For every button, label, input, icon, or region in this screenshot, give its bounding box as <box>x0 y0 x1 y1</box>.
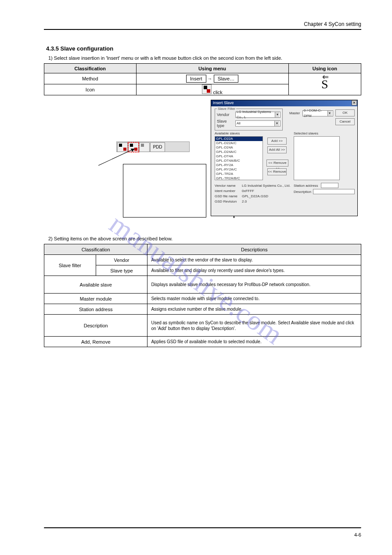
slave-type-value: All <box>237 121 241 126</box>
header-rule <box>44 29 361 30</box>
canvas-box <box>123 164 206 218</box>
dialog-body: Slave Filter Vendor LG Industrial System… <box>211 106 357 134</box>
master-select[interactable]: 0 / COM-C-DPM▾ <box>302 110 333 116</box>
diagram-area: PDD Insert Slave ✕ Slave Filter Vendor L… <box>44 100 361 232</box>
available-slaves-list[interactable]: GPL-D22A GPL-D22A/C GPL-D24A GPL-D24A/C … <box>215 136 263 180</box>
add-all-button[interactable]: Add All >> <box>267 146 287 153</box>
add-button[interactable]: Add >> <box>267 138 287 145</box>
selected-slaves-label: Selected slaves <box>294 131 318 135</box>
toolbar-btn-pdd[interactable]: PDD <box>150 142 165 152</box>
vendor-name-value: LG Industrial Systems Co., Ltd. <box>242 184 291 188</box>
list-item[interactable]: GPL-D24A/C <box>215 150 263 154</box>
t1-r0-c1: Insert → Slave… <box>136 73 288 84</box>
dialog-titlebar: Insert Slave ✕ <box>211 100 357 106</box>
cancel-button[interactable]: Cancel <box>335 118 355 125</box>
menu-insert-box: Insert <box>186 75 206 83</box>
master-value: 0 / COM-C-DPM <box>304 108 327 119</box>
toolbar-btn-3[interactable] <box>139 142 150 152</box>
vendor-select[interactable]: LG Industrial Systems Co., L▾ <box>235 112 281 118</box>
t2-a6: Add, Remove <box>44 337 147 347</box>
chevron-down-icon: ▾ <box>275 112 279 117</box>
t2-h1: Descriptions <box>147 244 361 255</box>
dialog-title: Insert Slave <box>213 101 234 105</box>
list-item[interactable]: GPL-TR2A <box>215 172 263 176</box>
intro-text: 1) Select slave insertion in 'Insert' me… <box>48 55 361 61</box>
rev-label: GSD Revision <box>215 200 237 203</box>
slave-filter-group: Slave Filter Vendor LG Industrial System… <box>215 109 283 131</box>
list-item[interactable]: GPL-D22A <box>215 137 263 141</box>
ident-label: Ident number <box>215 189 235 193</box>
list-item[interactable]: GPL-RY2A/C <box>215 167 263 172</box>
chevron-down-icon: ▾ <box>274 121 279 126</box>
icon-click-label: click <box>213 90 222 95</box>
section-title: 4.3.5 Slave configuration <box>46 45 361 52</box>
master-label: Master <box>289 111 300 115</box>
t2-a4: Station address <box>44 304 147 315</box>
available-slaves-label: Available slaves <box>215 131 240 135</box>
description-input[interactable] <box>313 189 355 194</box>
description-label: Description <box>294 190 311 194</box>
list-item[interactable]: GPL-DT4A <box>215 154 263 159</box>
close-icon[interactable]: ✕ <box>352 100 357 105</box>
t2-a5: Description <box>44 315 147 337</box>
t1-h0: Classification <box>44 64 137 73</box>
t2-b0: Vendor <box>96 255 147 265</box>
t1-r0-c0: Method <box>44 73 137 84</box>
t2-c4: Assigns exclusive number of the slave mo… <box>147 304 361 315</box>
slave-type-select[interactable]: All▾ <box>235 120 281 127</box>
t2-a2: Available slave <box>44 276 147 294</box>
page-content: Chapter 4 SyCon setting 4.3.5 Slave conf… <box>0 0 392 369</box>
ident-value: 0xFFFF <box>242 189 254 193</box>
station-address-input[interactable] <box>321 183 338 188</box>
t1-r1-c0: Icon <box>44 84 137 95</box>
list-item[interactable]: GPL-D24A <box>215 145 263 150</box>
slave-toolbar-icon <box>202 84 212 94</box>
station-address-label: Station address <box>294 184 318 188</box>
toolbar-btn-1[interactable] <box>117 142 128 152</box>
t2-h0: Classification <box>44 244 147 255</box>
list-item[interactable]: GPL-DT4A/B/C <box>215 159 263 163</box>
footer-rule <box>44 527 361 529</box>
menu-arrow: → <box>206 76 214 81</box>
gsd-value: GPL_D22A.GSD <box>242 194 268 198</box>
t2-a0: Slave filter <box>44 255 96 276</box>
toolbar-spacer <box>165 142 189 152</box>
list-item[interactable]: GPL-D22A/C <box>215 141 263 145</box>
t1-r1-c1: click <box>136 84 288 95</box>
t2-c6: Applies GSD file of available module to … <box>147 337 361 347</box>
t2-c0: Available to select the vendor of the sl… <box>147 255 361 265</box>
chevron-down-icon: ▾ <box>327 111 332 116</box>
slave-type-label: Slave type <box>217 119 235 128</box>
page-number: 4-6 <box>0 532 361 537</box>
t2-c3: Selects master module with slave module … <box>147 294 361 304</box>
selected-slaves-list[interactable] <box>294 136 340 180</box>
setting-items-intro: 2) Setting items on the above screen are… <box>48 236 361 241</box>
t2-a3: Master module <box>44 294 147 304</box>
vendor-name-label: Vendor name <box>215 184 236 188</box>
ok-button[interactable]: OK <box>335 109 355 116</box>
t2-c2: Displays available slave modules necessa… <box>147 276 361 294</box>
toolbar-strip: PDD <box>116 141 190 152</box>
t2-c1: Available to filter and display only rec… <box>147 265 361 276</box>
list-item[interactable]: GPL-TR2A/B/C <box>215 176 263 180</box>
remove-all-button[interactable]: << Remove All <box>266 160 288 167</box>
menu-slave-box: Slave… <box>214 75 239 83</box>
t1-icon-cell: S <box>288 73 361 95</box>
method-table: Classification Using menu Using icon Met… <box>44 63 361 95</box>
chapter-title: Chapter 4 SyCon setting <box>44 21 361 27</box>
vendor-label: Vendor <box>217 112 235 117</box>
gsd-label: GSD file name <box>215 194 237 198</box>
group-label: Slave Filter <box>217 107 236 111</box>
t1-h1: Using menu <box>136 64 288 73</box>
cursor-s-icon: S <box>321 77 328 91</box>
setting-items-table: Classification Descriptions Slave filter… <box>44 244 361 347</box>
vendor-value: LG Industrial Systems Co., L <box>237 109 275 120</box>
insert-slave-dialog: Insert Slave ✕ Slave Filter Vendor LG In… <box>211 100 358 216</box>
t2-b1: Slave type <box>96 265 147 276</box>
remove-button[interactable]: << Remove <box>267 168 287 175</box>
rev-value: 2.0 <box>242 200 247 203</box>
t2-c5: Used as symbolic name on SyCon to descri… <box>147 315 361 337</box>
list-item[interactable]: GPL-RY2A <box>215 163 263 167</box>
